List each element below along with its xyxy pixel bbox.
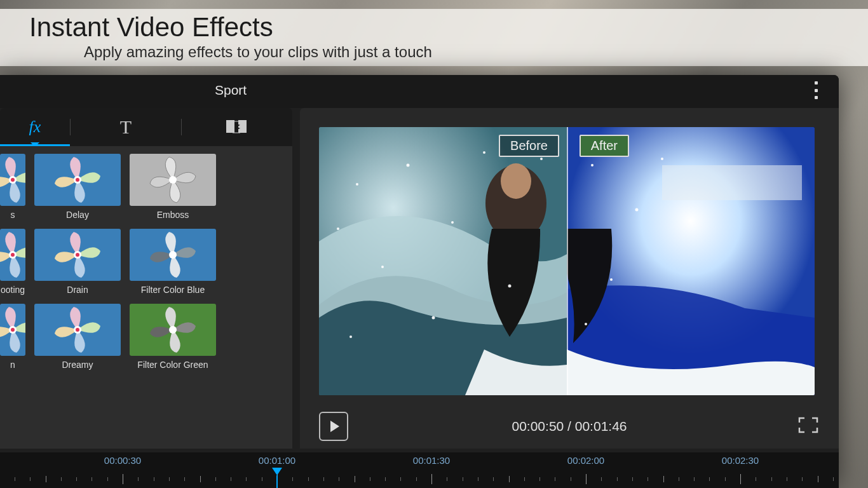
effect-label: Dreamy	[34, 360, 121, 370]
svg-rect-0	[226, 120, 234, 133]
video-preview[interactable]: Before After	[319, 127, 815, 395]
effect-item[interactable]: Drain	[34, 229, 121, 295]
effects-panel: fx T s	[0, 108, 292, 449]
play-button[interactable]	[319, 412, 348, 441]
svg-point-20	[356, 183, 358, 186]
timeline-playhead[interactable]	[272, 468, 282, 475]
svg-point-25	[483, 151, 485, 154]
preview-panel: Before After 00:00:50 / 00:01:46	[300, 108, 839, 449]
more-menu-button[interactable]	[808, 81, 824, 99]
svg-point-10	[76, 253, 79, 257]
svg-point-24	[432, 316, 435, 320]
preview-after-side	[567, 127, 815, 395]
effect-item[interactable]: Filter Color Blue	[130, 229, 216, 295]
tab-effects[interactable]: fx	[0, 108, 70, 146]
effect-item[interactable]: Delay	[34, 154, 121, 220]
svg-point-16	[169, 326, 177, 334]
svg-point-28	[540, 158, 543, 160]
before-after-divider[interactable]	[567, 127, 568, 395]
svg-point-22	[451, 221, 454, 224]
effect-label: Filter Color Blue	[130, 285, 216, 295]
effect-label: Drain	[34, 285, 121, 295]
app-window: Sport fx T	[0, 75, 839, 488]
svg-point-35	[585, 323, 587, 325]
effect-label: s	[0, 210, 25, 220]
effect-item[interactable]: Filter Color Green	[130, 304, 216, 370]
svg-point-34	[610, 278, 613, 281]
after-toggle[interactable]: After	[580, 135, 629, 157]
fx-icon: fx	[29, 118, 41, 137]
effects-tabs: fx T	[0, 108, 292, 146]
total-time: 00:01:46	[575, 419, 627, 433]
effect-item[interactable]: Dreamy	[34, 304, 121, 370]
banner-subtitle: Apply amazing effects to your clips with…	[84, 43, 868, 61]
banner-title: Instant Video Effects	[29, 14, 868, 41]
svg-point-29	[337, 227, 339, 230]
fullscreen-button[interactable]	[797, 416, 820, 435]
svg-point-6	[169, 176, 177, 184]
svg-point-15	[76, 328, 79, 332]
time-display: 00:00:50 / 00:01:46	[512, 419, 627, 434]
timeline-label: 00:02:00	[567, 455, 604, 466]
svg-point-21	[407, 164, 410, 167]
svg-rect-1	[238, 120, 247, 133]
effect-label: Emboss	[130, 210, 216, 220]
before-toggle[interactable]: Before	[499, 135, 559, 157]
effect-item[interactable]: n	[0, 304, 25, 370]
effect-label: Filter Color Green	[130, 360, 216, 370]
svg-point-5	[76, 178, 79, 182]
svg-point-19	[501, 163, 531, 199]
svg-point-32	[591, 164, 593, 166]
svg-point-26	[349, 336, 352, 338]
effect-label: n	[0, 360, 25, 370]
timeline-label: 00:02:30	[722, 455, 759, 466]
tab-transitions[interactable]	[182, 108, 292, 146]
effects-grid[interactable]: s Delay Emboss ooting Drain	[0, 146, 292, 449]
effect-item[interactable]: Emboss	[130, 154, 216, 220]
svg-point-8	[11, 253, 15, 257]
fullscreen-icon	[797, 416, 820, 435]
playback-controls: 00:00:50 / 00:01:46	[319, 413, 820, 440]
svg-point-13	[11, 328, 15, 332]
text-icon: T	[120, 116, 132, 138]
svg-point-11	[169, 251, 177, 259]
svg-point-27	[508, 285, 512, 288]
timeline-label: 00:01:30	[413, 455, 450, 466]
tab-text[interactable]: T	[71, 108, 181, 146]
timeline-label: 00:00:30	[104, 455, 141, 466]
feature-banner: Instant Video Effects Apply amazing effe…	[0, 9, 868, 66]
timeline-label: 00:01:00	[259, 455, 295, 466]
timeline[interactable]: 00:00:30 00:01:00 00:01:30 00:02:00 00:0…	[0, 452, 839, 488]
svg-rect-31	[662, 165, 802, 200]
svg-point-33	[635, 208, 639, 212]
current-time: 00:00:50	[512, 419, 564, 433]
svg-point-3	[11, 178, 15, 182]
effect-label: Delay	[34, 210, 121, 220]
svg-point-36	[661, 158, 663, 160]
effect-item[interactable]: s	[0, 154, 25, 220]
top-bar: Sport	[0, 75, 839, 108]
timeline-labels: 00:00:30 00:01:00 00:01:30 00:02:00 00:0…	[0, 455, 839, 466]
play-icon	[330, 421, 339, 432]
effect-label: ooting	[0, 285, 25, 295]
project-title: Sport	[215, 83, 247, 98]
svg-point-23	[381, 266, 384, 268]
effect-item[interactable]: ooting	[0, 229, 25, 295]
timeline-ticks	[0, 474, 839, 487]
transitions-icon	[226, 119, 248, 135]
preview-before-side	[319, 127, 567, 395]
